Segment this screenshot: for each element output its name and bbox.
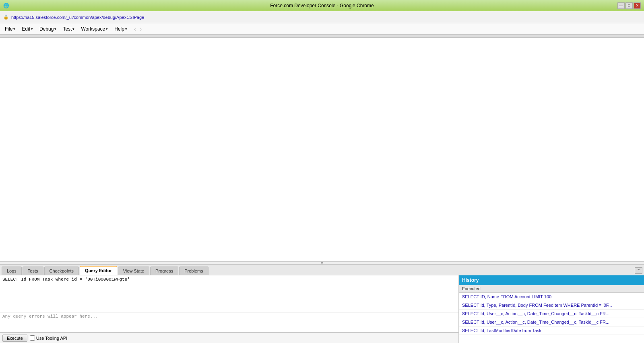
- bottom-panel: LogsTestsCheckpointsQuery EditorView Sta…: [0, 264, 644, 343]
- title-bar: 🌐 Force.com Developer Console - Google C…: [0, 0, 644, 11]
- window-title: Force.com Developer Console - Google Chr…: [270, 3, 374, 8]
- title-bar-left: 🌐: [3, 3, 9, 8]
- history-item[interactable]: SELECT Id, User__c, Action__c, Date_Time…: [459, 318, 644, 326]
- execute-button[interactable]: Execute: [2, 335, 27, 342]
- main-editor-area: [0, 38, 644, 261]
- query-input[interactable]: SELECT Id FROM Task where id = '00Ti0000…: [0, 275, 458, 312]
- tooling-api-checkbox[interactable]: [30, 335, 35, 341]
- menu-item-file[interactable]: File▾: [2, 25, 19, 33]
- tab-tests[interactable]: Tests: [23, 267, 43, 275]
- history-subheader: Executed: [459, 285, 644, 293]
- history-list: SELECT ID, Name FROM Account LIMIT 100SE…: [459, 293, 644, 343]
- menu-item-workspace[interactable]: Workspace▾: [78, 25, 111, 33]
- tab-expand-button[interactable]: ⌃: [635, 267, 642, 274]
- tab-bar-right: ⌃: [635, 268, 642, 273]
- nav-forward-button[interactable]: ›: [139, 26, 143, 32]
- query-toolbar: Execute Use Tooling API: [0, 333, 458, 343]
- tab-view-state[interactable]: View State: [118, 267, 149, 275]
- history-header: History: [459, 275, 644, 285]
- address-bar: 🔒 https://na15.salesforce.com/_ui/common…: [0, 11, 644, 23]
- menu-arrow-icon: ▾: [31, 27, 33, 31]
- tab-logs[interactable]: Logs: [2, 267, 22, 275]
- toolbar-separator: [0, 35, 644, 38]
- menu-arrow-icon: ▾: [125, 27, 127, 31]
- close-button[interactable]: ✕: [634, 2, 641, 9]
- minimize-button[interactable]: —: [617, 2, 625, 9]
- tab-problems[interactable]: Problems: [179, 267, 208, 275]
- resize-handle[interactable]: ▼: [0, 261, 644, 264]
- tab-checkpoints[interactable]: Checkpoints: [44, 267, 79, 275]
- ssl-icon: 🔒: [3, 14, 9, 20]
- window-controls: — □ ✕: [617, 2, 641, 9]
- history-item[interactable]: SELECT Id, LastModifiedDate from Task: [459, 326, 644, 335]
- menu-bar: File▾Edit▾Debug▾Test▾Workspace▾Help▾ ‹ ›: [0, 23, 644, 35]
- address-url[interactable]: https://na15.salesforce.com/_ui/common/a…: [11, 15, 144, 20]
- menu-arrow-icon: ▾: [106, 27, 108, 31]
- query-error-area: Any query errors will appear here...: [0, 312, 458, 333]
- menu-items-container: File▾Edit▾Debug▾Test▾Workspace▾Help▾: [2, 25, 130, 33]
- menu-arrow-icon: ▾: [54, 27, 56, 31]
- query-editor-pane: SELECT Id FROM Task where id = '00Ti0000…: [0, 275, 459, 343]
- nav-back-button[interactable]: ‹: [133, 26, 137, 32]
- tooling-api-text: Use Tooling API: [36, 336, 67, 341]
- menu-item-help[interactable]: Help▾: [111, 25, 130, 33]
- menu-item-test[interactable]: Test▾: [60, 25, 78, 33]
- chrome-icon: 🌐: [3, 3, 9, 8]
- tab-bar: LogsTestsCheckpointsQuery EditorView Sta…: [0, 265, 644, 275]
- menu-arrow-icon: ▾: [72, 27, 74, 31]
- history-item[interactable]: SELECT Id, Type, ParentId, Body FROM Fee…: [459, 301, 644, 310]
- tabs-container: LogsTestsCheckpointsQuery EditorView Sta…: [2, 266, 209, 275]
- history-pane: History Executed SELECT ID, Name FROM Ac…: [459, 275, 644, 343]
- bottom-content: SELECT Id FROM Task where id = '00Ti0000…: [0, 275, 644, 343]
- nav-arrows: ‹ ›: [133, 26, 143, 32]
- menu-item-debug[interactable]: Debug▾: [36, 25, 60, 33]
- history-item[interactable]: SELECT ID, Name FROM Account LIMIT 100: [459, 293, 644, 301]
- menu-arrow-icon: ▾: [13, 27, 15, 31]
- maximize-button[interactable]: □: [625, 2, 633, 9]
- history-item[interactable]: SELECT Id, User__c, Action__c, Date_Time…: [459, 310, 644, 318]
- menu-item-edit[interactable]: Edit▾: [19, 25, 36, 33]
- tab-progress[interactable]: Progress: [150, 267, 178, 275]
- tab-query-editor[interactable]: Query Editor: [80, 266, 117, 275]
- tooling-api-label: Use Tooling API: [30, 335, 67, 341]
